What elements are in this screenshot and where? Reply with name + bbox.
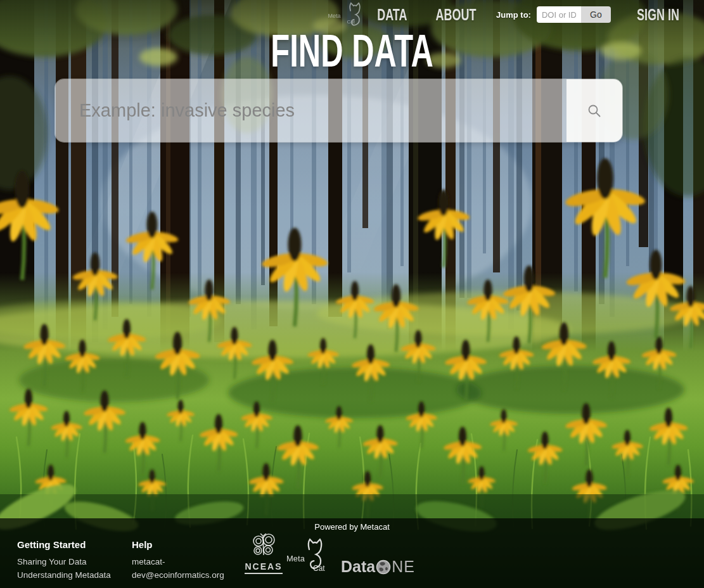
top-nav: Meta Cat DATA ABOUT Jump to: Go SIGN IN [0,0,704,29]
metacat-nav-logo[interactable]: Meta Cat [328,1,364,29]
metacat-footer-logo[interactable]: Meta Cat [286,535,337,584]
go-button[interactable]: Go [581,6,611,23]
metacat-logo-meta-text: Meta [286,554,305,563]
footer-getting-started-column: Getting Started Sharing Your Data Unders… [17,539,122,582]
footer-help-column: Help metacat-dev@ecoinformatics.org [132,539,232,582]
sharing-your-data-link[interactable]: Sharing Your Data [17,555,122,568]
jump-to-group: Jump to: Go [496,6,611,23]
dataone-globe-icon [376,559,391,575]
metacat-homepage: Meta Cat DATA ABOUT Jump to: Go SIGN IN … [0,0,704,588]
dataone-logo-ne-text: NE [392,558,415,576]
search-icon [587,103,602,118]
nav-logo-meta-text: Meta [328,13,340,19]
dataone-logo-data-text: Data [341,558,375,576]
help-email-link[interactable]: metacat-dev@ecoinformatics.org [132,555,232,582]
search-button[interactable] [566,79,622,142]
nceas-logo[interactable]: NCEAS [243,534,285,574]
jump-to-label: Jump to: [496,10,531,20]
footer: Powered by Metacat Getting Started Shari… [0,518,704,588]
getting-started-heading: Getting Started [17,539,122,550]
nav-about-link[interactable]: ABOUT [436,6,477,24]
help-heading: Help [132,539,232,550]
metacat-logo-cat-text: Cat [313,564,325,573]
dataone-logo[interactable]: Data NE [341,558,415,576]
understanding-metadata-link[interactable]: Understanding Metadata [17,568,122,582]
search-bar [55,79,622,142]
search-input[interactable] [55,79,622,142]
page-title: FIND DATA [0,32,704,70]
nav-logo-cat-text: Cat [347,19,354,25]
nceas-butterfly-icon [250,534,278,558]
nav-data-link[interactable]: DATA [378,6,407,24]
powered-by-text: Powered by Metacat [0,522,704,532]
nceas-logo-text: NCEAS [245,561,282,574]
jump-to-input[interactable] [537,6,581,23]
sign-in-link[interactable]: SIGN IN [637,6,679,24]
